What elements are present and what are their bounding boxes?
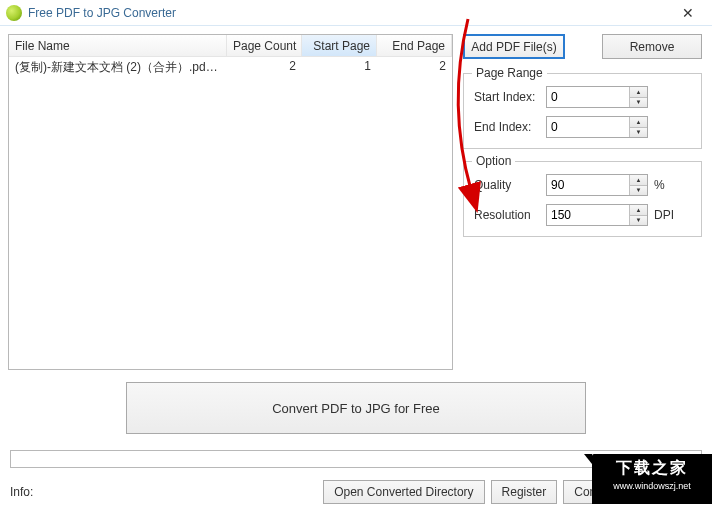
col-header-pagecount[interactable]: Page Count — [227, 35, 302, 57]
page-range-group: Page Range Start Index: ▲ ▼ End Index: ▲ — [463, 73, 702, 149]
cell-filename: (复制)-新建文本文档 (2)（合并）.pdf-... — [9, 57, 227, 77]
end-index-row: End Index: ▲ ▼ — [474, 116, 691, 138]
start-index-label: Start Index: — [474, 90, 540, 104]
progress-bar — [10, 450, 702, 468]
quality-spinner[interactable]: ▲ ▼ — [546, 174, 648, 196]
spin-up-icon[interactable]: ▲ — [630, 117, 647, 128]
end-index-spinner[interactable]: ▲ ▼ — [546, 116, 648, 138]
page-range-legend: Page Range — [472, 66, 547, 80]
spin-up-icon[interactable]: ▲ — [630, 175, 647, 186]
spin-buttons: ▲ ▼ — [629, 117, 647, 137]
quality-label: Quality — [474, 178, 540, 192]
spin-buttons: ▲ ▼ — [629, 175, 647, 195]
resolution-input[interactable] — [547, 205, 629, 225]
app-icon — [6, 5, 22, 21]
spin-up-icon[interactable]: ▲ — [630, 87, 647, 98]
info-label: Info: — [8, 485, 33, 499]
start-index-row: Start Index: ▲ ▼ — [474, 86, 691, 108]
start-index-input[interactable] — [547, 87, 629, 107]
spin-down-icon[interactable]: ▼ — [630, 98, 647, 108]
resolution-label: Resolution — [474, 208, 540, 222]
convert-button[interactable]: Convert PDF to JPG for Free — [126, 382, 586, 434]
main-content: File Name Page Count Start Page End Page… — [0, 26, 712, 370]
cell-endpage: 2 — [377, 57, 452, 77]
cell-startpage: 1 — [302, 57, 377, 77]
title-bar: Free PDF to JPG Converter ✕ — [0, 0, 712, 26]
add-pdf-button[interactable]: Add PDF File(s) — [463, 34, 565, 59]
start-index-spinner[interactable]: ▲ ▼ — [546, 86, 648, 108]
close-button[interactable]: ✕ — [670, 5, 706, 21]
remove-button[interactable]: Remove — [602, 34, 702, 59]
file-table[interactable]: File Name Page Count Start Page End Page… — [8, 34, 453, 370]
option-legend: Option — [472, 154, 515, 168]
spin-down-icon[interactable]: ▼ — [630, 186, 647, 196]
quality-unit: % — [654, 178, 665, 192]
cell-pagecount: 2 — [227, 57, 302, 77]
col-header-filename[interactable]: File Name — [9, 35, 227, 57]
table-header: File Name Page Count Start Page End Page — [9, 35, 452, 57]
window-title: Free PDF to JPG Converter — [28, 6, 176, 20]
top-button-row: Add PDF File(s) Remove — [463, 34, 702, 59]
resolution-unit: DPI — [654, 208, 674, 222]
quality-row: Quality ▲ ▼ % — [474, 174, 691, 196]
convert-row: Convert PDF to JPG for Free — [0, 370, 712, 450]
spin-down-icon[interactable]: ▼ — [630, 216, 647, 226]
spin-buttons: ▲ ▼ — [629, 205, 647, 225]
end-index-input[interactable] — [547, 117, 629, 137]
table-row[interactable]: (复制)-新建文本文档 (2)（合并）.pdf-... 2 1 2 — [9, 57, 452, 77]
right-panel: Add PDF File(s) Remove Page Range Start … — [463, 34, 702, 370]
option-group: Option Quality ▲ ▼ % Resolution ▲ — [463, 161, 702, 237]
spin-down-icon[interactable]: ▼ — [630, 128, 647, 138]
spin-up-icon[interactable]: ▲ — [630, 205, 647, 216]
open-directory-button[interactable]: Open Converted Directory — [323, 480, 484, 504]
resolution-row: Resolution ▲ ▼ DPI — [474, 204, 691, 226]
spin-buttons: ▲ ▼ — [629, 87, 647, 107]
quality-input[interactable] — [547, 175, 629, 195]
end-index-label: End Index: — [474, 120, 540, 134]
footer: Info: Open Converted Directory Register … — [0, 478, 712, 506]
resolution-spinner[interactable]: ▲ ▼ — [546, 204, 648, 226]
col-header-endpage[interactable]: End Page — [377, 35, 452, 57]
register-button[interactable]: Register — [491, 480, 558, 504]
command-line-button[interactable]: Command Line, Site L — [563, 480, 704, 504]
col-header-startpage[interactable]: Start Page — [302, 35, 377, 57]
